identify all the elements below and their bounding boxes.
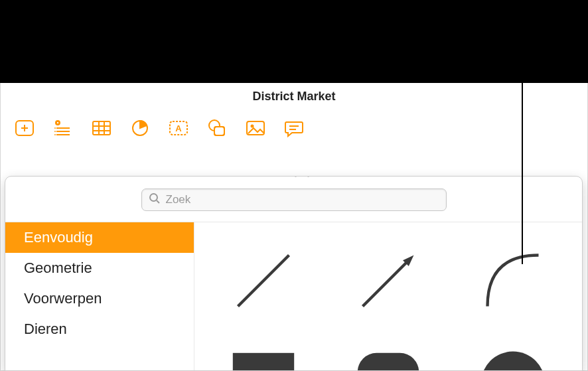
line-shape[interactable] <box>227 244 300 317</box>
image-icon <box>245 117 266 141</box>
svg-point-11 <box>54 134 56 135</box>
toolbar: A <box>1 110 587 149</box>
search-input[interactable] <box>166 193 439 206</box>
list-button[interactable] <box>50 117 76 141</box>
text-box-icon: A <box>168 117 189 141</box>
document-title: District Market <box>252 90 335 104</box>
table-button[interactable] <box>88 117 115 141</box>
comment-icon <box>283 117 305 141</box>
search-field[interactable] <box>141 188 447 211</box>
search-icon <box>149 192 161 207</box>
titlebar: District Market <box>1 83 587 110</box>
textbox-button[interactable]: A <box>165 117 192 141</box>
search-row <box>5 177 582 222</box>
svg-point-27 <box>150 194 157 201</box>
table-icon <box>91 117 112 141</box>
curve-shape[interactable] <box>477 244 550 317</box>
rounded-square-shape[interactable] <box>352 347 425 372</box>
svg-rect-12 <box>93 121 110 135</box>
circle-shape[interactable] <box>477 347 550 372</box>
category-eenvoudig[interactable]: Eenvoudig <box>5 222 194 253</box>
comment-button[interactable] <box>281 117 307 141</box>
svg-line-29 <box>238 255 289 306</box>
media-button[interactable] <box>242 117 269 141</box>
arrow-shape[interactable] <box>352 244 425 317</box>
svg-line-28 <box>157 200 159 203</box>
decorative-top-bar <box>0 0 588 83</box>
shapes-grid <box>194 222 582 370</box>
category-voorwerpen[interactable]: Voorwerpen <box>5 283 194 314</box>
shapes-popover: Eenvoudig Geometrie Voorwerpen Dieren <box>5 176 583 371</box>
svg-point-24 <box>251 125 254 128</box>
shape-button[interactable] <box>204 117 230 141</box>
square-shape[interactable] <box>227 347 300 372</box>
shapes-icon <box>206 117 228 141</box>
svg-point-34 <box>481 351 546 371</box>
category-dieren[interactable]: Dieren <box>5 314 194 344</box>
list-add-icon <box>52 117 74 141</box>
svg-point-10 <box>54 131 56 132</box>
svg-rect-21 <box>214 127 224 135</box>
svg-rect-32 <box>233 352 294 371</box>
add-button[interactable] <box>11 117 38 141</box>
plus-square-icon <box>14 117 35 141</box>
svg-point-9 <box>54 127 56 129</box>
category-geometrie[interactable]: Geometrie <box>5 253 194 283</box>
popover-body: Eenvoudig Geometrie Voorwerpen Dieren <box>5 222 582 370</box>
callout-line <box>522 52 523 264</box>
category-sidebar: Eenvoudig Geometrie Voorwerpen Dieren <box>5 222 194 370</box>
svg-text:A: A <box>175 123 182 133</box>
chart-button[interactable] <box>127 117 153 141</box>
svg-line-30 <box>363 259 411 307</box>
pie-chart-icon <box>129 117 151 141</box>
svg-rect-33 <box>358 352 419 371</box>
